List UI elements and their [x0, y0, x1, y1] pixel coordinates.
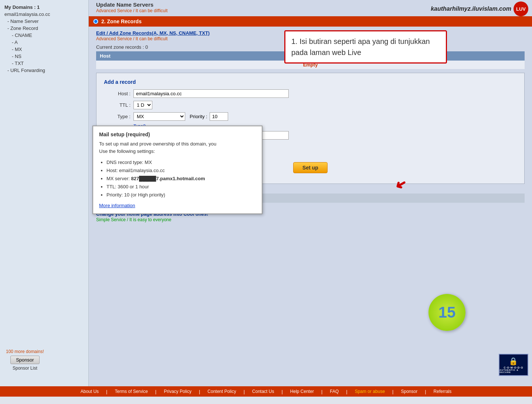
comodo-label: C·O·M·O·D·O [504, 366, 523, 369]
footer-faq[interactable]: FAQ [330, 389, 339, 394]
footer-help[interactable]: Help Center [290, 389, 314, 394]
host-input[interactable] [133, 89, 289, 98]
section2-label: 2. Zone Records [101, 18, 142, 24]
luv-logo-area: kautharhilmyz.iluvislam.com LUV [431, 1, 528, 16]
sidebar-item-nameserver[interactable]: - Name Server [0, 18, 88, 25]
tooltip-list: DNS record type: MX Host: email1malaysia… [106, 158, 256, 199]
sponsor-button[interactable]: Sponsor [10, 356, 39, 364]
table-header-extra [448, 51, 525, 61]
setup-button[interactable]: Set up [293, 162, 328, 173]
type-label: Type : [104, 114, 133, 119]
section2-header: 2. Zone Records [89, 16, 532, 27]
url-fwd-easy-link[interactable]: Simple Service / It is easy to everyone [96, 217, 171, 222]
ttl-row: TTL : 1 D [104, 101, 517, 109]
type-select[interactable]: MX [133, 112, 185, 121]
zone-records-advanced-link[interactable]: Advanced Service / It can be difficult [96, 36, 167, 41]
host-label: Host : [104, 91, 133, 96]
luv-text: LUV [516, 6, 526, 12]
sponsor-promo: 100 more domains! [6, 349, 44, 354]
sidebar-domain[interactable]: email1malaysia.co.cc [0, 11, 88, 18]
luv-site-text: kautharhilmyz.iluvislam.com [431, 6, 511, 12]
main-area: My Domains : 1 email1malaysia.co.cc - Na… [0, 0, 532, 386]
footer-spam[interactable]: Spam or abuse [355, 389, 385, 394]
sidebar-item-mx[interactable]: - MX [0, 46, 88, 53]
footer-sponsor[interactable]: Sponsor [401, 389, 417, 394]
sidebar-item-ns[interactable]: - NS [0, 53, 88, 60]
host-row: Host : [104, 89, 517, 98]
luv-circle: LUV [514, 1, 528, 16]
footer-terms[interactable]: Terms of Service [115, 389, 148, 394]
tooltip-box: Mail setup (required) To set up mail and… [92, 126, 262, 214]
footer: About Us | Terms of Service | Privacy Po… [0, 386, 532, 397]
sidebar: My Domains : 1 email1malaysia.co.cc - Na… [0, 0, 89, 386]
comodo-badge: 🔒 C·O·M·O·D·O AUTHENTIC & SECURE [499, 354, 528, 376]
sidebar-item-zonerecord[interactable]: - Zone Record [0, 25, 88, 32]
sidebar-bottom: 100 more domains! Sponsor Sponsor List [6, 349, 44, 371]
bottom-bar [0, 397, 532, 404]
sidebar-item-txt[interactable]: - TXT [0, 60, 88, 67]
tooltip-item-3: MX server: 827█████7.pamx1.hotmail.com [106, 175, 256, 183]
table-header-host: Host [96, 51, 282, 61]
advanced-link-top[interactable]: Advanced Service / It can be difficult [96, 8, 167, 13]
annotation-text: 1. Isi butiran seperti apa yang di tunju… [291, 37, 430, 57]
content-area: kautharhilmyz.iluvislam.com LUV Update N… [89, 0, 532, 386]
add-record-title: Add a record [104, 79, 517, 85]
footer-contact[interactable]: Contact Us [252, 389, 274, 394]
my-domains-label: My Domains : 1 [0, 3, 88, 11]
priority-input[interactable] [210, 112, 228, 121]
section2-radio[interactable] [93, 19, 98, 24]
red-box-annotation: 1. Isi butiran seperti apa yang di tunju… [284, 30, 447, 64]
number-badge: 15 [428, 294, 465, 331]
type-row: Type : MX Priority : [104, 112, 517, 121]
comodo-lock-icon: 🔒 [509, 357, 518, 366]
badge-number: 15 [438, 304, 456, 321]
tooltip-item-4: TTL: 3600 or 1 hour [106, 183, 256, 191]
footer-content[interactable]: Content Policy [207, 389, 236, 394]
footer-about[interactable]: About Us [81, 386, 99, 397]
ttl-select[interactable]: 1 D [133, 101, 152, 109]
footer-referrals[interactable]: Referrals [434, 389, 452, 394]
tooltip-item-5: Priority: 10 (or High priority) [106, 191, 256, 199]
tooltip-item-2: Host: email1malaysia.co.cc [106, 167, 256, 175]
tooltip-more-link[interactable]: More information [99, 203, 135, 208]
tooltip-item-1: DNS record type: MX [106, 158, 256, 167]
sidebar-item-cname[interactable]: - CNAME [0, 32, 88, 39]
sidebar-item-urlforwarding[interactable]: - URL Forwarding [0, 67, 88, 74]
tooltip-desc: To set up mail and prove ownership of th… [99, 140, 256, 155]
ttl-label: TTL : [104, 102, 133, 108]
footer-privacy[interactable]: Privacy Policy [164, 389, 192, 394]
comodo-sub: AUTHENTIC & SECURE [499, 369, 528, 373]
page-wrapper: My Domains : 1 email1malaysia.co.cc - Na… [0, 0, 532, 404]
priority-label: Priority : [190, 114, 207, 119]
sidebar-item-a[interactable]: - A [0, 39, 88, 46]
sponsor-list-link[interactable]: Sponsor List [6, 366, 44, 371]
tooltip-title: Mail setup (required) [99, 131, 256, 137]
